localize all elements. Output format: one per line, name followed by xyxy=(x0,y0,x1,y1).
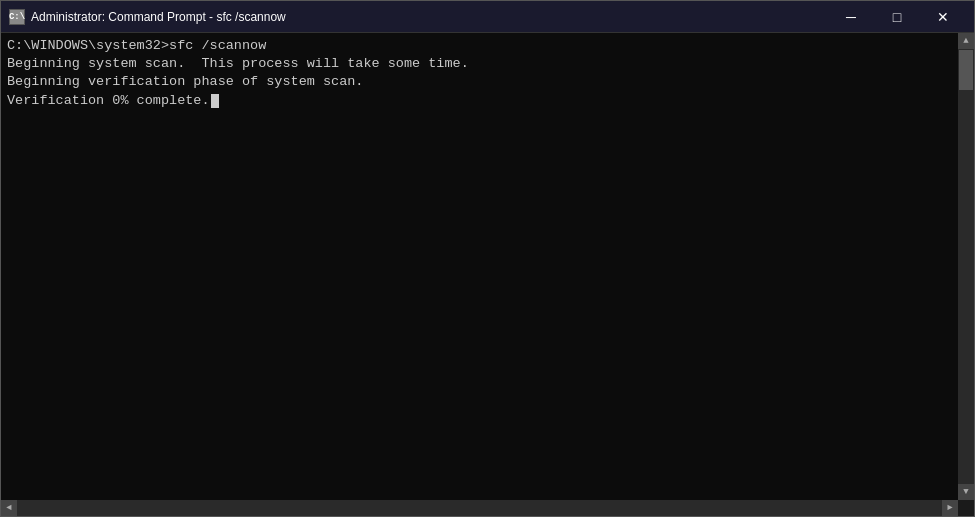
title-bar: C:\ Administrator: Command Prompt - sfc … xyxy=(1,1,974,33)
scroll-down-arrow[interactable]: ▼ xyxy=(958,484,974,500)
console-content: C:\WINDOWS\system32>sfc /scannowBeginnin… xyxy=(7,37,968,512)
console-line: Beginning system scan. This process will… xyxy=(7,55,968,73)
window-title: Administrator: Command Prompt - sfc /sca… xyxy=(31,10,828,24)
console-line: Beginning verification phase of system s… xyxy=(7,73,968,91)
close-button[interactable]: ✕ xyxy=(920,1,966,33)
scroll-left-arrow[interactable]: ◄ xyxy=(1,500,17,516)
text-cursor xyxy=(211,94,219,108)
scroll-track-horizontal[interactable] xyxy=(17,500,942,516)
console-body: C:\WINDOWS\system32>sfc /scannowBeginnin… xyxy=(1,33,974,516)
vertical-scrollbar[interactable]: ▲ ▼ xyxy=(958,33,974,500)
app-icon: C:\ xyxy=(9,9,25,25)
scroll-up-arrow[interactable]: ▲ xyxy=(958,33,974,49)
scroll-thumb-vertical[interactable] xyxy=(959,50,973,90)
scrollbar-corner xyxy=(958,500,974,516)
minimize-button[interactable]: ─ xyxy=(828,1,874,33)
window-controls: ─ □ ✕ xyxy=(828,1,966,33)
horizontal-scrollbar[interactable]: ◄ ► xyxy=(1,500,958,516)
console-line: Verification 0% complete. xyxy=(7,92,968,110)
maximize-button[interactable]: □ xyxy=(874,1,920,33)
scroll-right-arrow[interactable]: ► xyxy=(942,500,958,516)
scroll-track-vertical[interactable] xyxy=(958,49,974,484)
console-line: C:\WINDOWS\system32>sfc /scannow xyxy=(7,37,968,55)
window: C:\ Administrator: Command Prompt - sfc … xyxy=(0,0,975,517)
